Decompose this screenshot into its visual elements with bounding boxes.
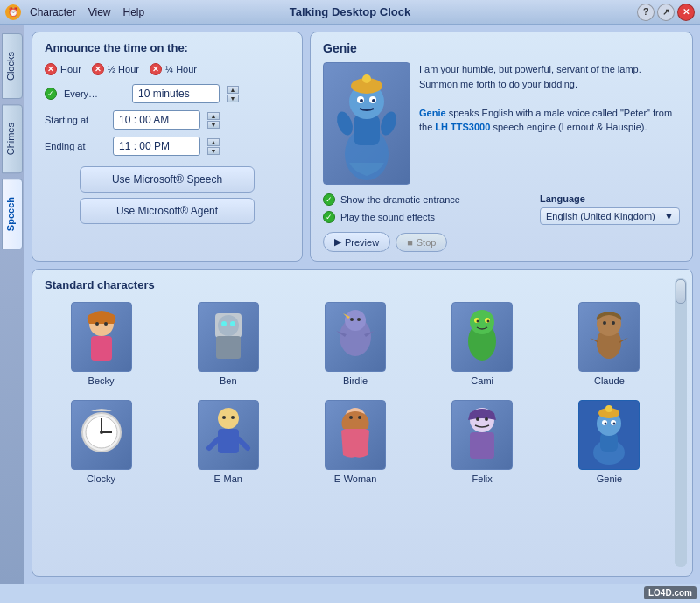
svg-point-42 — [231, 416, 234, 419]
svg-point-9 — [334, 109, 356, 137]
end-spin-up[interactable]: ▲ — [207, 138, 220, 146]
starting-input[interactable] — [113, 110, 200, 130]
menu-help[interactable]: Help — [119, 4, 148, 20]
close-button[interactable]: ✕ — [677, 4, 695, 21]
ending-spinner[interactable]: ▲ ▼ — [207, 138, 220, 155]
every-spin-down[interactable]: ▼ — [227, 95, 239, 102]
character-item-felix[interactable]: Felix — [426, 400, 539, 484]
button-section: Use Microsoft® Speech Use Microsoft® Age… — [45, 166, 290, 224]
character-item-genie[interactable]: Genie — [553, 400, 666, 484]
link-button[interactable]: ↗ — [657, 4, 675, 21]
svg-point-50 — [476, 417, 480, 421]
svg-point-60 — [613, 423, 616, 425]
genie-voice-end: speech engine (Lernout & Hauspie). — [493, 122, 647, 132]
sidebar-tab-chimes[interactable]: Chimes — [2, 104, 23, 173]
char-name-cami: Cami — [471, 375, 494, 386]
every-check[interactable]: ✓ — [45, 88, 57, 100]
char-icon-cami — [452, 302, 513, 372]
every-input[interactable] — [132, 84, 220, 103]
svg-point-38 — [100, 431, 103, 434]
radio-half-icon[interactable]: ✕ — [92, 63, 104, 75]
svg-point-56 — [606, 405, 612, 412]
starting-field: Starting at ▲ ▼ — [45, 110, 290, 130]
stop-button[interactable]: ■ Stop — [396, 233, 447, 252]
every-spinner[interactable]: ▲ ▼ — [227, 86, 239, 102]
dramatic-check[interactable]: ✓ — [323, 193, 335, 206]
announce-title: Announce the time on the: — [45, 41, 290, 54]
menu-view[interactable]: View — [85, 4, 115, 20]
use-speech-button[interactable]: Use Microsoft® Speech — [80, 166, 255, 193]
every-label: Every… — [64, 88, 125, 99]
char-name-felix: Felix — [472, 473, 493, 484]
char-name-e-man: E-Man — [214, 473, 242, 484]
help-button[interactable]: ? — [637, 4, 654, 21]
preview-button[interactable]: ▶ Preview — [323, 232, 390, 252]
radio-quarter-hour[interactable]: ✕ ¼ Hour — [150, 63, 197, 75]
ending-input[interactable] — [113, 137, 200, 156]
window-controls: ? ↗ ✕ — [637, 4, 695, 21]
character-item-e-woman[interactable]: E-Woman — [298, 400, 411, 484]
svg-point-29 — [487, 320, 490, 323]
character-item-claude[interactable]: Claude — [553, 302, 666, 386]
svg-point-51 — [485, 417, 488, 421]
use-agent-button[interactable]: Use Microsoft® Agent — [80, 198, 255, 224]
character-item-ben[interactable]: Ben — [172, 302, 284, 386]
char-icon-e-man — [198, 400, 259, 470]
characters-grid: BeckyBenBirdieCamiClaudeClockyE-ManE-Wom… — [45, 302, 680, 484]
svg-point-13 — [95, 322, 99, 326]
scrollbar-track[interactable] — [675, 278, 687, 567]
language-dropdown-icon: ▼ — [664, 211, 674, 221]
sidebar-tab-clocks[interactable]: Clocks — [2, 33, 23, 99]
char-icon-becky — [71, 302, 132, 372]
svg-rect-17 — [216, 336, 241, 359]
sound-check[interactable]: ✓ — [323, 211, 335, 223]
menu-character[interactable]: Character — [26, 4, 80, 20]
character-item-e-man[interactable]: E-Man — [172, 400, 284, 484]
every-spin-up[interactable]: ▲ — [227, 86, 239, 94]
character-item-clocky[interactable]: Clocky — [45, 400, 158, 484]
char-icon-e-woman — [325, 400, 386, 470]
start-spin-down[interactable]: ▼ — [207, 121, 220, 129]
window-title: Talking Desktop Clock — [290, 5, 410, 18]
genie-name-link[interactable]: Genie — [419, 108, 446, 118]
option-sound[interactable]: ✓ Play the sound effects — [323, 211, 460, 223]
radio-half-label: ½ Hour — [108, 64, 139, 74]
svg-line-43 — [209, 439, 218, 448]
genie-voice-info: Genie speaks English with a male voice c… — [419, 106, 680, 135]
genie-tts-link[interactable]: LH TTS3000 — [435, 122, 490, 132]
radio-half-hour[interactable]: ✕ ½ Hour — [92, 63, 139, 75]
char-icon-clocky — [71, 400, 132, 470]
radio-hour[interactable]: ✕ Hour — [45, 63, 81, 75]
svg-point-4 — [362, 74, 371, 83]
watermark: LO4D.com — [644, 586, 696, 599]
start-spin-up[interactable]: ▲ — [207, 112, 220, 120]
svg-point-14 — [104, 322, 108, 326]
radio-hour-icon[interactable]: ✕ — [45, 63, 57, 75]
radio-quarter-icon[interactable]: ✕ — [150, 63, 162, 75]
svg-rect-49 — [470, 432, 494, 459]
svg-point-8 — [372, 99, 375, 102]
svg-point-47 — [358, 416, 361, 419]
svg-point-32 — [603, 321, 606, 325]
char-icon-ben — [198, 302, 259, 372]
character-item-cami[interactable]: Cami — [426, 302, 539, 386]
starting-spinner[interactable]: ▲ ▼ — [207, 112, 220, 129]
sidebar-tab-speech[interactable]: Speech — [2, 179, 23, 249]
app-icon: ⏰ — [5, 4, 21, 20]
genie-image — [323, 62, 410, 185]
svg-point-39 — [218, 408, 239, 429]
option-dramatic[interactable]: ✓ Show the dramatic entrance — [323, 193, 460, 206]
genie-svg — [327, 67, 406, 180]
end-spin-down[interactable]: ▼ — [207, 147, 220, 155]
language-value: English (United Kingdom) — [546, 211, 655, 221]
char-icon-claude — [578, 302, 640, 372]
char-name-clocky: Clocky — [87, 473, 116, 484]
character-item-birdie[interactable]: Birdie — [298, 302, 411, 386]
char-name-ben: Ben — [220, 375, 237, 386]
character-item-becky[interactable]: Becky — [45, 302, 158, 386]
sidebar-tabs: Clocks Chimes Speech — [0, 25, 24, 584]
scrollbar-thumb[interactable] — [676, 279, 686, 304]
announce-panel: Announce the time on the: ✕ Hour ✕ ½ Hou… — [32, 32, 303, 262]
language-select[interactable]: English (United Kingdom) ▼ — [540, 207, 680, 225]
radio-row: ✕ Hour ✕ ½ Hour ✕ ¼ Hour — [45, 63, 290, 75]
